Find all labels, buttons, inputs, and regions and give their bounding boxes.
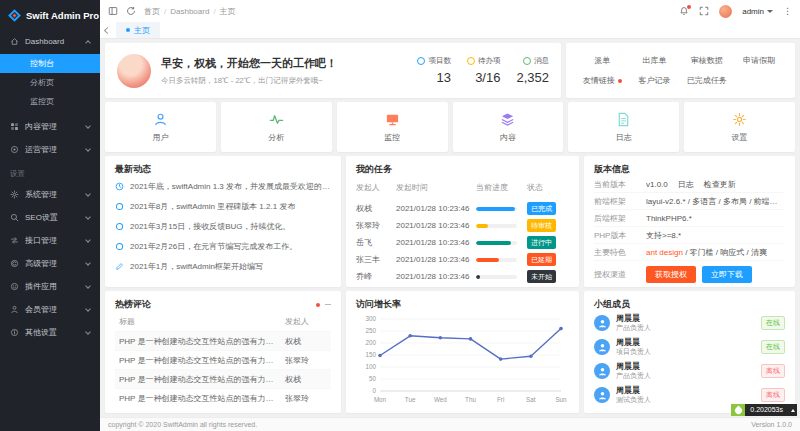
comment-title: PHP 是一种创建动态交互性站点的强有力的服务器端脚本语言 xyxy=(119,393,285,404)
sidebar-item[interactable]: 高级管理 xyxy=(0,252,100,275)
thinkphp-logo-icon xyxy=(731,404,745,416)
get-license-button[interactable]: 获取授权 xyxy=(646,266,696,283)
layers-icon xyxy=(500,112,515,127)
shortcut-label: 分析 xyxy=(268,132,284,143)
chevron-down-icon xyxy=(85,329,91,335)
download-button[interactable]: 立即下载 xyxy=(702,266,752,283)
task-owner: 权栈 xyxy=(356,203,396,214)
member-name: 周晨晨 xyxy=(616,362,651,372)
news-item[interactable]: 2021年8月，swiftAdmin 里程碑版本 1.2.1 发布 xyxy=(115,196,331,216)
quick-link[interactable]: 客户记录 xyxy=(628,75,680,86)
tab-home[interactable]: 主页 xyxy=(116,22,160,38)
comment-row[interactable]: PHP 是一种创建动态交互性站点的强有力的服务器端脚本语言 张翠玲 xyxy=(115,350,331,369)
news-item[interactable]: 2021年底，swiftAdmin 1.3 发布，并发展成最受欢迎的极速开发框架… xyxy=(115,176,331,196)
row-welcome: 早安，权栈，开始您一天的工作吧！ 今日多云转阴，18℃ - 22℃，出门记得穿外… xyxy=(105,43,795,98)
trace-time: 0.202053s xyxy=(745,404,788,416)
tab-bar: 主页 xyxy=(100,22,800,39)
comment-row[interactable]: PHP 是一种创建动态交互性站点的强有力的服务器端脚本语言 权栈 xyxy=(115,369,331,388)
circle-icon xyxy=(115,202,124,211)
shortcut-card[interactable]: 设置 xyxy=(684,102,795,152)
sidebar-item[interactable]: 内容管理 xyxy=(0,115,100,138)
stat-label: 项目数 xyxy=(428,56,451,66)
version-buttons-row: 授权渠道 获取授权 立即下载 xyxy=(594,261,785,283)
quick-link[interactable]: 审核数据 xyxy=(681,55,733,66)
sidebar-item-dashboard[interactable]: Dashboard xyxy=(0,30,100,53)
comment-author: 张翠玲 xyxy=(285,355,327,366)
sidebar-item[interactable]: 接口管理 xyxy=(0,229,100,252)
refresh-icon[interactable] xyxy=(126,6,136,16)
tasks-card: 我的任务 发起人 发起时间 当前进度 状态 权栈 2021/01/28 10:2… xyxy=(346,156,579,287)
home-icon xyxy=(10,37,19,46)
sidebar-item-label: 插件应用 xyxy=(25,281,80,292)
news-item[interactable]: 2021年2月26日，在元宵节编写完成发布工作。 xyxy=(115,236,331,256)
sidebar-item[interactable]: 其他设置 xyxy=(0,321,100,344)
stat-icon xyxy=(417,57,425,65)
plugin-icon xyxy=(10,282,19,291)
news-item[interactable]: 2021年3月15日，接收反馈BUG，持续优化。 xyxy=(115,216,331,236)
changelog-link[interactable]: 日志 xyxy=(678,180,694,189)
member-status-badge: 在线 xyxy=(761,340,785,354)
user-icon xyxy=(153,112,168,127)
more-menu-icon[interactable]: ⋮ xyxy=(783,7,792,16)
sidebar-item-label: 高级管理 xyxy=(25,258,80,269)
status-badge: 进行中 xyxy=(527,236,556,249)
notifications-button[interactable] xyxy=(679,6,689,16)
team-member-row: 周晨晨 产品负责人 离线 xyxy=(594,359,785,383)
sidebar-item-monitor[interactable]: 监控页 xyxy=(0,92,100,111)
chevron-down-icon xyxy=(767,10,773,13)
quick-link[interactable]: 申请假期 xyxy=(733,55,785,66)
person-icon xyxy=(594,315,610,331)
shortcut-card[interactable]: 分析 xyxy=(221,102,332,152)
version-card: 版本信息 当前版本 v1.0.0日志检查更新 前端框架 layui-v2.6.*… xyxy=(584,156,795,287)
shortcut-card[interactable]: 内容 xyxy=(453,102,564,152)
stat-icon xyxy=(523,57,531,65)
version-row: 前端框架 layui-v2.6.* / 多语言 / 多布局 / 前端鉴权 xyxy=(594,193,785,210)
chevron-down-icon xyxy=(85,260,91,266)
member-status-badge: 离线 xyxy=(761,388,785,402)
quick-link[interactable]: 出库单 xyxy=(628,55,680,66)
expand-icon[interactable] xyxy=(699,6,709,16)
shortcut-card[interactable]: 日志 xyxy=(568,102,679,152)
news-item[interactable]: 2021年1月，swiftAdmin框架开始编写 xyxy=(115,256,331,276)
stat-value: 2,352 xyxy=(516,70,549,85)
layout-icon[interactable] xyxy=(108,6,118,16)
task-row: 岳飞 2021/01/28 10:23:46 进行中 xyxy=(356,234,569,251)
version-rows: 当前版本 v1.0.0日志检查更新 前端框架 layui-v2.6.* / 多语… xyxy=(594,176,785,261)
sidebar-item[interactable]: 运营管理 xyxy=(0,138,100,161)
shortcut-card[interactable]: 用户 xyxy=(105,102,216,152)
hot-dot-icon[interactable] xyxy=(316,303,320,307)
quick-link[interactable]: 派单 xyxy=(576,55,628,66)
comments-card: 热榜评论 标题 发起人 PHP 是一种创建动态交互性站点的强有力的服务器端脚本语… xyxy=(105,291,341,413)
member-role: 产品负责人 xyxy=(616,372,651,380)
trace-toggle[interactable] xyxy=(788,404,797,416)
sidebar-item[interactable]: 会员管理 xyxy=(0,298,100,321)
sidebar-item-analysis[interactable]: 分析页 xyxy=(0,73,100,92)
comment-row[interactable]: PHP 是一种创建动态交互性站点的强有力的服务器端脚本语言 张翠玲 xyxy=(115,388,331,407)
shortcut-card[interactable]: 监控 xyxy=(337,102,448,152)
comment-row[interactable]: PHP 是一种创建动态交互性站点的强有力的服务器端脚本语言 权栈 xyxy=(115,331,331,350)
version-row: PHP版本 支持>=8.* xyxy=(594,227,785,244)
quick-link[interactable]: 已完成任务 xyxy=(681,75,733,86)
person-icon xyxy=(594,339,610,355)
sidebar-item[interactable]: 插件应用 xyxy=(0,275,100,298)
user-menu[interactable]: admin xyxy=(742,7,773,16)
stat-label: 消息 xyxy=(534,56,549,66)
member-icon xyxy=(10,305,19,314)
chevron-down-icon xyxy=(85,123,91,129)
sidebar-item[interactable]: SEO设置 xyxy=(0,206,100,229)
team-member-row: 周晨晨 产品负责人 在线 xyxy=(594,311,785,335)
logo[interactable]: Swift Admin Pro xyxy=(0,0,100,30)
more-icon[interactable] xyxy=(325,304,331,306)
check-update-link[interactable]: 检查更新 xyxy=(704,180,736,189)
growth-chart-card: 访问增长率 050100150200250300MonTueWedThuFriS… xyxy=(346,291,579,413)
breadcrumb-dashboard[interactable]: Dashboard xyxy=(170,7,209,16)
menu-group-settings: 系统管理 SEO设置 接口管理 高级管理 xyxy=(0,183,100,344)
sidebar-item-console[interactable]: 控制台 xyxy=(0,54,100,73)
breadcrumb-home[interactable]: 首页 xyxy=(144,6,160,17)
seo-icon xyxy=(10,213,19,222)
shortcut-label: 内容 xyxy=(500,132,516,143)
user-avatar[interactable] xyxy=(719,5,732,18)
sidebar-item[interactable]: 系统管理 xyxy=(0,183,100,206)
quick-link[interactable]: 友情链接 xyxy=(576,75,628,86)
tabs-scroll-left-icon[interactable] xyxy=(104,26,111,33)
